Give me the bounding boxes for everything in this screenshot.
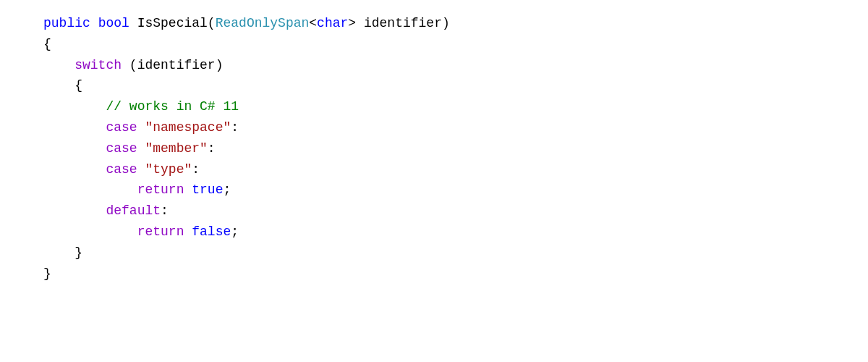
keyword-false: false (192, 224, 231, 239)
string-literal: "namespace" (137, 120, 231, 135)
keyword-return: return (137, 224, 184, 239)
keyword-case: case (106, 162, 137, 177)
keyword-bool: bool (98, 16, 129, 30)
brace-open-inner: { (43, 78, 82, 93)
keyword-case: case (106, 120, 137, 135)
brace-close-inner: } (43, 245, 82, 260)
brace-close: } (43, 266, 51, 281)
string-literal: "member" (137, 141, 208, 156)
string-literal: "type" (137, 162, 192, 177)
method-name: IsSpecial( (129, 16, 216, 30)
parameter: identifier) (356, 16, 450, 30)
keyword-public: public (43, 16, 90, 30)
type-readonlyspan: ReadOnlySpan (216, 16, 310, 30)
brace-open: { (43, 37, 51, 51)
keyword-default: default (106, 203, 161, 218)
code-block: public bool IsSpecial(ReadOnlySpan<char>… (0, 0, 868, 297)
comment: // works in C# 11 (106, 99, 239, 114)
keyword-case: case (106, 141, 137, 156)
keyword-return: return (137, 182, 184, 197)
keyword-switch: switch (75, 58, 122, 72)
keyword-true: true (192, 182, 223, 197)
keyword-char: char (317, 16, 348, 30)
